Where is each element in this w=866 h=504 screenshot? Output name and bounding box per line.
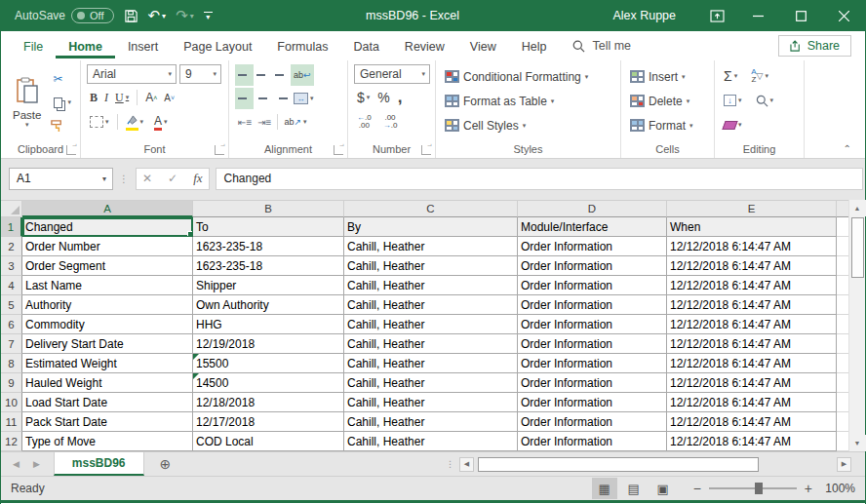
cell-A10[interactable]: Load Start Date [22,393,193,412]
cell-A7[interactable]: Delivery Start Date [22,334,193,354]
row-header-1[interactable]: 1 [1,217,22,237]
cell-E3[interactable]: 12/12/2018 6:14:47 AM [667,256,837,276]
cell-B5[interactable]: Own Authority [193,295,344,315]
top-align-button[interactable] [235,64,254,86]
cell-D3[interactable]: Order Information [518,256,667,276]
font-family-combo[interactable]: Arial▾ [87,64,177,84]
cell-B4[interactable]: Shipper [193,276,344,295]
cell-B7[interactable]: 12/19/2018 [193,334,344,354]
cell-E5[interactable]: 12/12/2018 6:14:47 AM [667,295,837,315]
fill-button[interactable]: ↓▾ [721,90,745,111]
cell-C1[interactable]: By [344,217,518,237]
copy-dropdown-icon[interactable]: ▾ [67,98,71,106]
sort-filter-button[interactable]: AZ▽▾ [748,65,771,87]
comma-style-button[interactable]: , [395,87,406,108]
cell-D1[interactable]: Module/Interface [518,217,667,237]
tab-help[interactable]: Help [509,34,560,58]
cell-D5[interactable]: Order Information [518,295,667,315]
clear-dropdown-icon[interactable]: ▾ [738,121,742,129]
cancel-button[interactable]: ✕ [142,172,152,185]
row-header-11[interactable]: 11 [1,412,22,432]
column-header-d[interactable]: D [518,200,667,217]
cell-D10[interactable]: Order Information [518,393,667,412]
cell-B11[interactable]: 12/17/2018 [193,412,344,432]
format-cells-button[interactable]: Format▾ [627,115,708,136]
tab-file[interactable]: File [11,34,56,58]
cell-A5[interactable]: Authority [22,295,193,315]
customize-qat-button[interactable]: ▾ [204,12,213,19]
sheet-prev-icon[interactable]: ◀ [13,459,20,469]
cell-A4[interactable]: Last Name [22,276,193,295]
row-header-8[interactable]: 8 [1,354,22,373]
bottom-align-button[interactable] [272,64,291,86]
cell-D2[interactable]: Order Information [518,237,667,256]
cell-E4[interactable]: 12/12/2018 6:14:47 AM [667,276,837,295]
scroll-down-icon[interactable]: ▼ [849,435,866,451]
row-header-5[interactable]: 5 [1,295,22,315]
cell-A2[interactable]: Order Number [22,237,193,256]
accounting-dropdown-icon[interactable]: ▾ [367,94,371,101]
horizontal-scroll-thumb[interactable] [478,457,759,472]
cell-C5[interactable]: Cahill, Heather [344,295,518,315]
undo-dropdown-icon[interactable]: ▾ [162,12,166,20]
number-dialog-launcher[interactable] [421,145,431,155]
undo-button[interactable]: ↶▾ [148,7,167,24]
cell-E11[interactable]: 12/12/2018 6:14:47 AM [667,412,837,432]
autosave-toggle[interactable]: Off [71,8,113,23]
orientation-button[interactable]: ab↗▾ [281,111,309,133]
cell-styles-button[interactable]: Cell Styles▾ [442,115,614,136]
cell-B8[interactable]: 15500 [193,354,344,373]
format-as-table-button[interactable]: Format as Table▾ [442,91,614,111]
normal-view-button[interactable]: ▦ [592,478,617,499]
fill-color-button[interactable]: ▾ [123,111,147,133]
sort-filter-dropdown-icon[interactable]: ▾ [765,72,768,80]
cell-C6[interactable]: Cahill, Heather [344,315,518,334]
increase-decimal-button[interactable]: ←.0.00 [354,111,374,133]
share-button[interactable]: Share [778,35,851,57]
font-dialog-launcher[interactable] [215,145,224,155]
tell-me-box[interactable]: Tell me [572,39,631,53]
cell-B9[interactable]: 14500 [193,373,344,393]
column-header-c[interactable]: C [344,200,518,217]
tab-view[interactable]: View [457,34,509,58]
cell-B12[interactable]: COD Local [193,432,344,451]
autosum-button[interactable]: Σ▾ [721,65,740,87]
page-layout-view-button[interactable]: ▤ [621,478,647,499]
redo-button[interactable]: ↷▾ [176,7,194,24]
row-header-10[interactable]: 10 [1,393,22,412]
align-right-button[interactable] [272,88,291,109]
find-select-button[interactable]: ▾ [753,90,777,111]
cell-B3[interactable]: 1623-235-18 [193,256,344,276]
middle-align-button[interactable] [254,64,272,86]
cell-C10[interactable]: Cahill, Heather [344,393,518,412]
cell-D7[interactable]: Order Information [518,334,667,354]
cell-D8[interactable]: Order Information [518,354,667,373]
cell-C3[interactable]: Cahill, Heather [344,256,518,276]
insert-cells-button[interactable]: Insert▾ [627,66,708,87]
underline-dropdown-icon[interactable]: ▾ [126,94,130,101]
copy-button[interactable]: ▾ [47,92,74,113]
cell-A6[interactable]: Commodity [22,315,193,334]
merge-center-dropdown-icon[interactable]: ▾ [310,95,314,102]
cell-B2[interactable]: 1623-235-18 [193,237,344,256]
scroll-left-icon[interactable]: ◀ [459,457,474,472]
cell-C2[interactable]: Cahill, Heather [344,237,518,256]
formula-bar-divider[interactable]: ⋮ [119,174,130,184]
name-box-dropdown-icon[interactable]: ▾ [102,174,112,183]
row-header-9[interactable]: 9 [1,373,22,393]
bold-button[interactable]: B [87,87,100,108]
row-header-12[interactable]: 12 [1,432,22,451]
cell-A8[interactable]: Estimated Weight [22,354,193,373]
row-header-2[interactable]: 2 [1,237,22,256]
cut-button[interactable]: ✂ [47,68,74,90]
font-color-button[interactable]: A▾ [151,111,171,133]
delete-cells-button[interactable]: Delete▾ [627,91,708,111]
cell-B10[interactable]: 12/18/2018 [193,393,344,412]
collapse-ribbon-button[interactable]: ⌃ [844,143,851,154]
vertical-scrollbar[interactable]: ▲ ▼ [848,200,865,451]
cell-A11[interactable]: Pack Start Date [22,412,193,432]
cell-D4[interactable]: Order Information [518,276,667,295]
autosave-control[interactable]: AutoSave Off [15,8,114,23]
page-break-preview-button[interactable]: ▣ [650,478,676,499]
decrease-font-size-button[interactable]: A˅ [161,87,177,108]
